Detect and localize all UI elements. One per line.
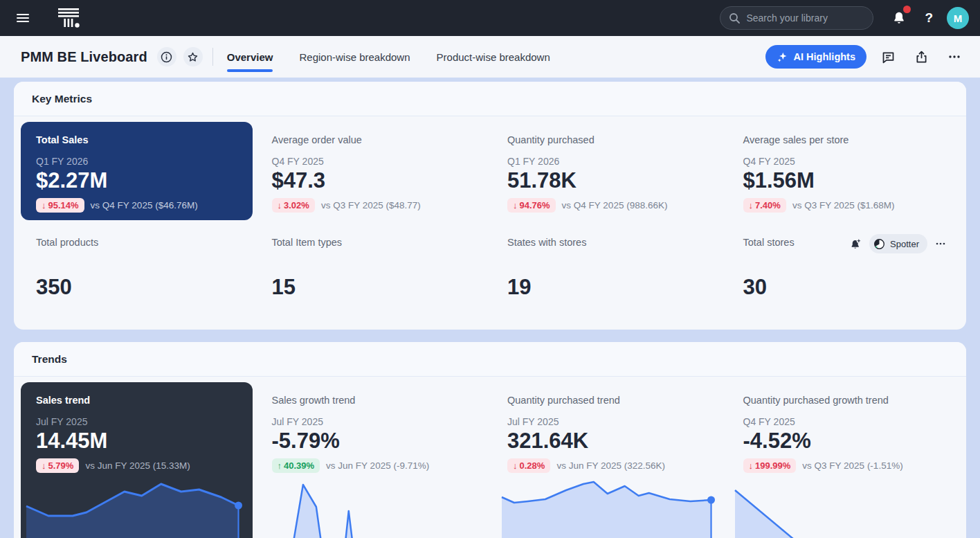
spotter-button[interactable]: Spotter — [869, 234, 927, 253]
kpi-change-row: ↓5.79%vs Jun FY 2025 (15.33M) — [36, 458, 237, 473]
kpi-value: 15 — [272, 275, 473, 300]
more-options-icon[interactable] — [943, 45, 966, 69]
kpi-value: 350 — [36, 275, 237, 300]
kpi-value: 19 — [507, 275, 709, 300]
kpi-value: 30 — [743, 275, 945, 300]
info-icon[interactable] — [157, 47, 176, 66]
sparkline-chart — [492, 478, 724, 538]
tab-overview[interactable]: Overview — [227, 36, 273, 78]
change-badge: ↓0.28% — [507, 458, 550, 473]
key-metrics-grid: Total SalesQ1 FY 2026$2.27M↓95.14%vs Q4 … — [14, 116, 966, 330]
trend-down-icon: ↓ — [513, 460, 518, 471]
kpi-tile-sales-growth-trend[interactable]: Sales growth trendJul FY 2025-5.79%↑40.3… — [257, 382, 489, 538]
tab-product-wise-breakdown[interactable]: Product-wise breakdown — [437, 36, 550, 78]
kpi-title: States with stores — [507, 237, 709, 248]
kpi-title: Average sales per store — [743, 134, 945, 145]
kpi-period: Q1 FY 2026 — [507, 156, 709, 167]
kpi-change-row: ↓3.02%vs Q3 FY 2025 ($48.77) — [272, 198, 473, 213]
liveboard-header: PMM BE Liveboard OverviewRegion-wise bre… — [0, 36, 980, 78]
kpi-title: Sales growth trend — [272, 395, 473, 406]
kpi-value: $1.56M — [743, 168, 945, 193]
kpi-period: Q4 FY 2025 — [743, 416, 945, 427]
kpi-change-row: ↓7.40%vs Q3 FY 2025 ($1.68M) — [743, 198, 945, 213]
change-percent: 95.14% — [48, 200, 79, 210]
kpi-title: Total Sales — [36, 134, 237, 145]
hamburger-menu-icon[interactable] — [11, 6, 35, 30]
change-badge: ↓7.40% — [743, 198, 786, 213]
thoughtspot-logo-icon[interactable] — [55, 6, 82, 30]
section-title: Trends — [32, 353, 67, 366]
kpi-title: Average order value — [272, 134, 473, 145]
trend-down-icon: ↓ — [513, 200, 518, 210]
search-input[interactable] — [746, 12, 864, 24]
tile-hover-actions: Spotter — [848, 234, 948, 253]
spotter-logo-icon — [873, 238, 885, 250]
change-comparison: vs Q3 FY 2025 (-1.51%) — [802, 460, 902, 471]
sparkline-chart — [728, 478, 960, 538]
kpi-change-row: ↓0.28%vs Jun FY 2025 (322.56K) — [507, 458, 709, 473]
kpi-title: Total products — [36, 237, 237, 248]
change-badge: ↓95.14% — [36, 198, 84, 213]
create-alert-button[interactable] — [848, 236, 864, 252]
kpi-tile-average-sales-per-store[interactable]: Average sales per storeQ4 FY 2025$1.56M↓… — [728, 122, 960, 220]
ellipsis-icon — [934, 237, 947, 250]
divider — [212, 48, 213, 66]
kpi-change-row: ↑40.39%vs Jun FY 2025 (-9.71%) — [272, 458, 473, 473]
share-icon[interactable] — [909, 45, 933, 69]
tile-more-button[interactable] — [933, 236, 948, 251]
trend-down-icon: ↓ — [749, 460, 754, 471]
library-search[interactable] — [720, 6, 873, 30]
user-avatar[interactable]: M — [947, 7, 969, 29]
kpi-tile-states-with-stores[interactable]: States with stores19 — [492, 224, 724, 323]
trends-panel: Trends Sales trendJul FY 202514.45M↓5.79… — [14, 342, 966, 538]
change-percent: 94.76% — [520, 200, 550, 210]
change-percent: 7.40% — [755, 200, 781, 210]
kpi-tile-quantity-purchased-growth-trend[interactable]: Quantity purchased growth trendQ4 FY 202… — [728, 382, 960, 538]
key-metrics-header: Key Metrics — [14, 82, 966, 116]
change-badge: ↓94.76% — [507, 198, 556, 213]
kpi-tile-quantity-purchased-trend[interactable]: Quantity purchased trendJul FY 2025321.6… — [492, 382, 724, 538]
change-comparison: vs Q4 FY 2025 (988.66K) — [562, 200, 668, 210]
kpi-tile-total-products[interactable]: Total products350 — [21, 224, 253, 323]
ai-highlights-button[interactable]: AI Highlights — [765, 45, 866, 69]
kpi-period: Jul FY 2025 — [272, 416, 473, 427]
trend-down-icon: ↓ — [278, 200, 282, 210]
kpi-tile-total-stores[interactable]: Total stores30Spotter — [728, 224, 960, 323]
change-comparison: vs Jun FY 2025 (322.56K) — [556, 460, 665, 471]
trend-up-icon: ↑ — [278, 460, 282, 471]
change-comparison: vs Q3 FY 2025 ($48.77) — [321, 200, 421, 210]
sparkline-chart — [21, 478, 253, 538]
kpi-tile-total-item-types[interactable]: Total Item types15 — [257, 224, 489, 323]
kpi-change-row: ↓199.99%vs Q3 FY 2025 (-1.51%) — [743, 458, 945, 473]
bell-plus-icon — [849, 237, 862, 251]
change-percent: 40.39% — [284, 460, 314, 471]
kpi-tile-total-sales[interactable]: Total SalesQ1 FY 2026$2.27M↓95.14%vs Q4 … — [21, 122, 253, 220]
trend-down-icon: ↓ — [42, 200, 46, 210]
ai-highlights-label: AI Highlights — [794, 51, 855, 62]
kpi-title: Sales trend — [36, 395, 237, 406]
kpi-value: $47.3 — [272, 168, 473, 193]
favorite-star-icon[interactable] — [183, 47, 203, 66]
kpi-tile-sales-trend[interactable]: Sales trendJul FY 202514.45M↓5.79%vs Jun… — [21, 382, 253, 538]
change-badge: ↓3.02% — [272, 198, 315, 213]
kpi-value: 14.45M — [36, 429, 237, 454]
kpi-change-row: ↓95.14%vs Q4 FY 2025 ($46.76M) — [36, 198, 237, 213]
help-icon[interactable]: ? — [920, 10, 937, 26]
kpi-tile-quantity-purchased[interactable]: Quantity purchasedQ1 FY 202651.78K↓94.76… — [492, 122, 724, 220]
kpi-period: Jul FY 2025 — [36, 416, 237, 427]
liveboard-content: Key Metrics Total SalesQ1 FY 2026$2.27M↓… — [0, 78, 980, 538]
kpi-value: -5.79% — [272, 429, 473, 454]
top-navigation-bar: ? M — [0, 0, 980, 36]
comment-icon[interactable] — [876, 45, 900, 69]
kpi-change-row: ↓94.76%vs Q4 FY 2025 (988.66K) — [507, 198, 709, 213]
kpi-period: Q4 FY 2025 — [743, 156, 945, 167]
change-percent: 199.99% — [755, 460, 790, 471]
sparkline-chart — [257, 478, 489, 538]
kpi-value: 51.78K — [507, 168, 709, 193]
change-percent: 0.28% — [520, 460, 545, 471]
kpi-tile-average-order-value[interactable]: Average order valueQ4 FY 2025$47.3↓3.02%… — [257, 122, 489, 220]
tab-region-wise-breakdown[interactable]: Region-wise breakdown — [299, 36, 410, 78]
change-comparison: vs Q4 FY 2025 ($46.76M) — [91, 200, 198, 210]
kpi-period: Q1 FY 2026 — [36, 156, 237, 167]
liveboard-tabs: OverviewRegion-wise breakdownProduct-wis… — [227, 36, 550, 78]
